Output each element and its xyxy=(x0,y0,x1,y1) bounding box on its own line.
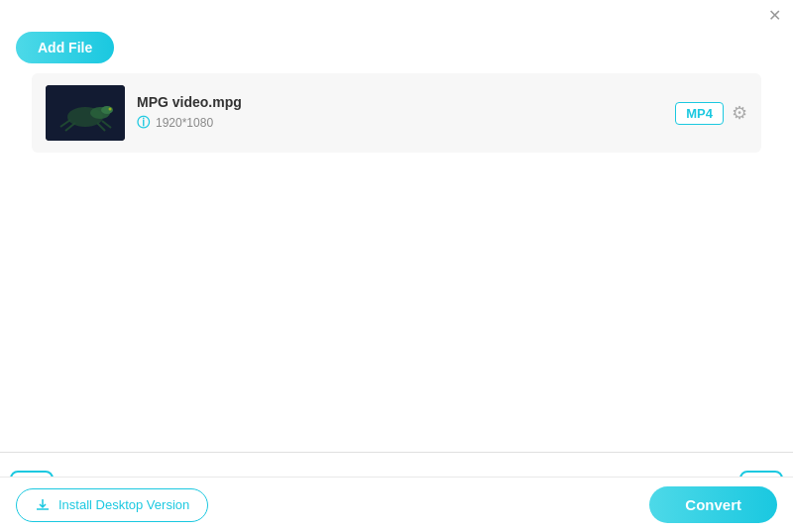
convert-button[interactable]: Convert xyxy=(649,486,777,523)
content-area xyxy=(0,153,793,452)
app-window: ✕ Add File xyxy=(0,0,793,532)
install-desktop-button[interactable]: Install Desktop Version xyxy=(16,488,208,522)
settings-button[interactable]: ⚙ xyxy=(732,104,747,122)
download-icon xyxy=(35,497,51,513)
file-info: MPG video.mpg ⓘ 1920*1080 xyxy=(137,94,663,132)
file-meta: ⓘ 1920*1080 xyxy=(137,114,663,132)
info-icon: ⓘ xyxy=(137,114,150,132)
file-actions: MP4 ⚙ xyxy=(675,102,747,125)
file-name: MPG video.mpg xyxy=(137,94,663,110)
format-badge[interactable]: MP4 xyxy=(675,102,724,125)
footer-bar: Install Desktop Version Convert xyxy=(0,477,793,532)
title-bar: ✕ xyxy=(0,0,793,28)
add-file-button[interactable]: Add File xyxy=(16,32,114,63)
install-label: Install Desktop Version xyxy=(58,497,189,512)
file-resolution: 1920*1080 xyxy=(156,116,213,130)
file-item: MPG video.mpg ⓘ 1920*1080 MP4 ⚙ xyxy=(32,73,761,153)
file-thumbnail xyxy=(46,85,125,141)
file-list-area: MPG video.mpg ⓘ 1920*1080 MP4 ⚙ xyxy=(0,73,793,153)
svg-rect-9 xyxy=(46,85,125,141)
toolbar: Add File xyxy=(0,28,793,73)
close-button[interactable]: ✕ xyxy=(768,8,781,24)
